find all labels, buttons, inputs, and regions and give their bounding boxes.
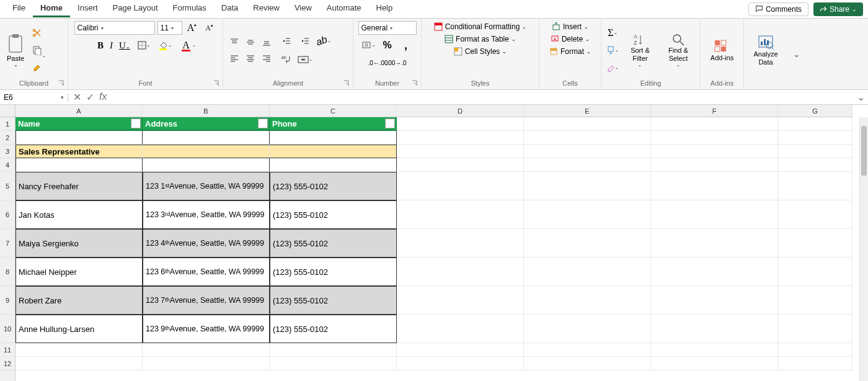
number-format-dropdown[interactable]: General▾ [358,21,417,35]
cell[interactable] [143,131,270,145]
clear-button[interactable]: ⌄ [605,61,620,74]
font-color-button[interactable]: A⌄ [179,38,193,52]
cell[interactable] [397,172,524,200]
cell[interactable] [778,158,852,172]
increase-indent-button[interactable] [298,34,312,48]
cell[interactable] [397,200,524,229]
table-header-phone[interactable]: Phone▾ [270,117,397,131]
cell[interactable] [651,172,778,200]
column-header[interactable]: F [651,105,778,117]
name-box[interactable]: E6▾ [0,93,68,102]
row-header[interactable]: 12 [0,357,15,370]
cell-phone[interactable]: (123) 555-0102 [270,172,397,200]
tab-page-layout[interactable]: Page Layout [105,1,166,17]
font-size-dropdown[interactable]: 11▾ [157,21,182,35]
cell[interactable] [143,357,270,370]
tab-home[interactable]: Home [33,1,70,17]
cell[interactable] [270,131,397,145]
conditional-formatting-button[interactable]: Conditional Formatting⌄ [434,22,527,31]
find-select-button[interactable]: Find & Select⌄ [660,33,696,68]
cell[interactable] [397,343,524,357]
cell[interactable] [524,131,651,145]
copy-button[interactable]: ⌄ [30,43,45,57]
delete-cells-button[interactable]: Delete⌄ [551,35,590,43]
tab-help[interactable]: Help [369,1,401,17]
cell[interactable] [143,343,270,357]
column-header[interactable]: C [270,105,397,117]
cell[interactable] [397,131,524,145]
orientation-button[interactable]: ab⌄ [316,34,331,48]
format-painter-button[interactable] [30,61,45,74]
tab-formulas[interactable]: Formulas [166,1,214,17]
decrease-decimal-button[interactable]: .00→.0 [389,56,404,69]
insert-cells-button[interactable]: Insert⌄ [552,22,588,31]
cell[interactable] [778,286,852,315]
row-header[interactable]: 2 [0,131,15,145]
cell-name[interactable]: Robert Zare [16,286,143,315]
row-header[interactable]: 11 [0,343,15,357]
row-header[interactable]: 7 [0,229,15,258]
cell[interactable] [524,315,651,343]
cell-address[interactable]: 123 4th Avenue, Seattle, WA 99999 [143,229,270,258]
filter-button[interactable]: ▾ [258,119,268,128]
cell[interactable] [397,158,524,172]
cell-phone[interactable]: (123) 555-0102 [270,258,397,286]
analyze-data-button[interactable]: Analyze Data [748,34,784,66]
collapse-ribbon-button[interactable]: ⌄ [787,19,806,89]
cell[interactable] [651,145,778,158]
scrollbar-thumb[interactable] [861,126,867,176]
align-center-button[interactable] [243,52,258,65]
cell[interactable] [524,229,651,258]
cell[interactable] [143,158,270,172]
column-header[interactable]: G [778,105,852,117]
cell[interactable] [524,286,651,315]
cell[interactable] [16,357,143,370]
fx-button[interactable]: fx [99,91,107,103]
font-dialog-launcher[interactable] [213,79,220,87]
cell[interactable] [778,145,852,158]
cell-phone[interactable]: (123) 555-0102 [270,229,397,258]
sort-filter-button[interactable]: AZSort & Filter⌄ [624,33,657,68]
percent-button[interactable]: % [380,38,395,52]
cell-address[interactable]: 123 3rd Avenue, Seattle, WA 99999 [143,200,270,229]
cell-address[interactable]: 123 7th Avenue, Seattle, WA 99999 [143,286,270,315]
borders-button[interactable]: ⌄ [136,38,151,52]
decrease-indent-button[interactable] [279,34,294,48]
cell[interactable] [270,343,397,357]
row-header[interactable]: 1 [0,117,15,131]
row-header[interactable]: 5 [0,172,15,200]
cell[interactable] [524,158,651,172]
align-top-button[interactable] [227,35,242,49]
share-button[interactable]: Share ⌄ [813,2,863,16]
cell[interactable] [778,131,852,145]
filter-button[interactable]: ▾ [385,119,395,128]
cell[interactable] [651,343,778,357]
bold-button[interactable]: B [97,40,104,51]
cell[interactable] [397,315,524,343]
cell[interactable] [651,158,778,172]
font-name-dropdown[interactable]: Calibri▾ [74,21,155,35]
cell[interactable] [651,229,778,258]
row-header[interactable]: 9 [0,286,15,315]
addins-button[interactable]: Add-ins [707,38,737,62]
tab-review[interactable]: Review [246,1,287,17]
expand-formula-bar-button[interactable]: ⌄ [853,91,868,103]
paste-button[interactable]: Paste ⌄ [4,32,27,69]
cell[interactable] [270,357,397,370]
cell-styles-button[interactable]: Cell Styles⌄ [454,47,507,56]
column-header[interactable]: A [16,105,143,117]
cell[interactable] [270,158,397,172]
column-header[interactable]: E [524,105,651,117]
clipboard-dialog-launcher[interactable] [58,79,65,87]
cell[interactable] [524,200,651,229]
enter-formula-button[interactable]: ✓ [86,91,94,103]
cell-name[interactable]: Anne Hullung-Larsen [16,315,143,343]
cell-name[interactable]: Michael Neipper [16,258,143,286]
tab-automate[interactable]: Automate [319,1,369,17]
cell[interactable] [524,145,651,158]
autosum-button[interactable]: Σ⌄ [605,26,620,40]
cell[interactable] [270,145,397,158]
cell[interactable] [778,117,852,131]
align-right-button[interactable] [259,52,274,65]
cell[interactable] [524,343,651,357]
